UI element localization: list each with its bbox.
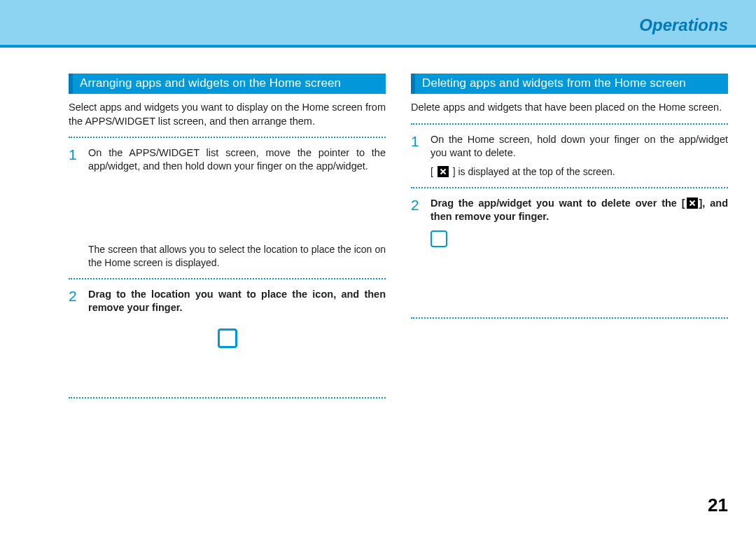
- step2-text-a: Drag the app/widget you want to delete o…: [430, 198, 685, 209]
- step-1: 1 On the Home screen, hold down your fin…: [411, 133, 728, 160]
- intro-text: Select apps and widgets you want to disp…: [69, 101, 386, 128]
- step-number: 2: [411, 197, 421, 223]
- step-text: Drag to the location you want to place t…: [88, 288, 386, 314]
- step-text: Drag the app/widget you want to delete o…: [430, 197, 728, 223]
- x-close-icon: [438, 166, 449, 177]
- step-number: 2: [69, 288, 78, 314]
- note-prefix: [: [430, 166, 436, 177]
- page-header-title: Operations: [639, 15, 728, 35]
- step-2: 2 Drag the app/widget you want to delete…: [411, 197, 728, 223]
- page-number: 21: [708, 494, 728, 516]
- x-close-icon: [687, 198, 698, 209]
- step-number: 1: [411, 133, 421, 160]
- divider: [69, 278, 386, 279]
- divider: [69, 137, 386, 138]
- header-bar: Operations: [0, 0, 756, 48]
- divider: [411, 123, 728, 125]
- step-text: On the APPS/WIDGET list screen, move the…: [88, 146, 386, 173]
- divider: [411, 187, 728, 188]
- step-1: 1 On the APPS/WIDGET list screen, move t…: [69, 146, 386, 173]
- divider: [411, 317, 728, 319]
- section-heading-deleting: Deleting apps and widgets from the Home …: [411, 74, 728, 94]
- right-column: Deleting apps and widgets from the Home …: [411, 74, 728, 407]
- image-placeholder-icon: [430, 230, 447, 247]
- note-suffix: ] is displayed at the top of the screen.: [450, 166, 615, 177]
- step-note: [ ] is displayed at the top of the scree…: [430, 165, 728, 179]
- step-2: 2 Drag to the location you want to place…: [69, 288, 386, 314]
- step-text: On the Home screen, hold down your finge…: [430, 133, 728, 160]
- step-number: 1: [69, 146, 78, 173]
- intro-text: Delete apps and widgets that have been p…: [411, 101, 728, 115]
- divider: [69, 397, 386, 399]
- document-page: Operations Arranging apps and widgets on…: [0, 0, 756, 533]
- left-column: Arranging apps and widgets on the Home s…: [69, 74, 386, 407]
- step-note: The screen that allows you to select the…: [88, 243, 386, 270]
- section-heading-arranging: Arranging apps and widgets on the Home s…: [69, 74, 386, 94]
- content-columns: Arranging apps and widgets on the Home s…: [69, 74, 728, 407]
- image-placeholder-icon: [218, 328, 237, 348]
